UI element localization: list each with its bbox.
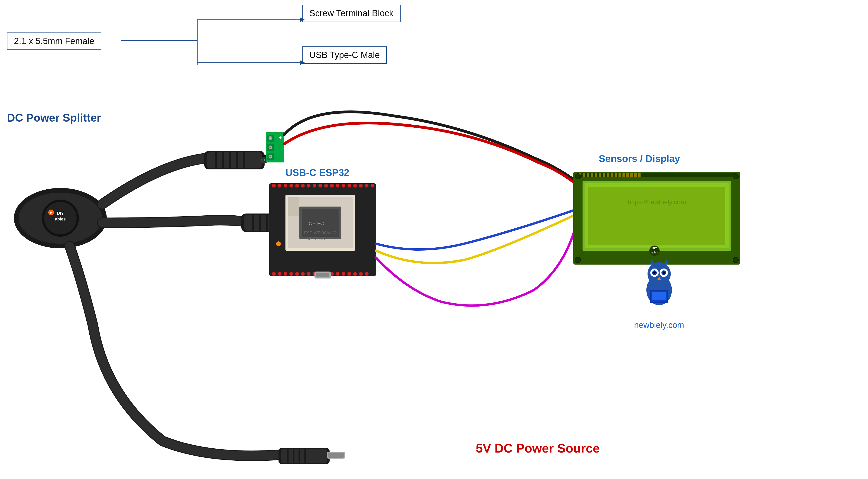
svg-point-78 — [301, 272, 305, 276]
svg-rect-32 — [302, 218, 315, 229]
sensors-display-label: Sensors / Display — [599, 153, 680, 164]
svg-text:CE FC: CE FC — [309, 221, 324, 226]
svg-rect-14 — [204, 151, 265, 169]
svg-point-65 — [330, 184, 334, 188]
svg-rect-92 — [300, 206, 341, 239]
svg-point-136 — [653, 272, 656, 274]
svg-rect-117 — [634, 173, 637, 177]
diagram-svg: DIY ables ▶ + — [0, 0, 868, 479]
svg-rect-43 — [267, 135, 274, 141]
svg-text:ESP-WROOM-32: ESP-WROOM-32 — [304, 231, 337, 235]
svg-rect-141 — [650, 290, 669, 303]
svg-point-79 — [307, 272, 311, 276]
usb-c-esp32-label: USB-C ESP32 — [285, 167, 349, 178]
svg-point-123 — [575, 173, 581, 179]
svg-point-71 — [365, 184, 369, 188]
svg-rect-116 — [630, 173, 633, 177]
svg-point-74 — [278, 272, 281, 276]
svg-text:+: + — [279, 135, 282, 140]
svg-point-133 — [659, 268, 668, 277]
svg-rect-105 — [587, 173, 589, 177]
svg-point-68 — [347, 184, 351, 188]
svg-point-81 — [318, 272, 322, 276]
svg-text:ables: ables — [55, 217, 66, 221]
svg-rect-42 — [266, 132, 284, 162]
svg-point-98 — [276, 242, 281, 246]
power-source-label: 5V DC Power Source — [476, 441, 600, 455]
svg-point-61 — [307, 184, 311, 188]
svg-rect-112 — [615, 173, 617, 177]
svg-point-64 — [324, 184, 328, 188]
svg-point-56 — [278, 184, 281, 188]
svg-point-124 — [733, 173, 739, 179]
svg-point-48 — [269, 155, 272, 159]
svg-point-55 — [272, 184, 276, 188]
svg-rect-44 — [267, 144, 274, 151]
svg-rect-34 — [279, 448, 330, 464]
svg-point-130 — [646, 275, 672, 305]
svg-rect-40 — [327, 452, 345, 458]
svg-point-63 — [318, 184, 322, 188]
svg-marker-140 — [664, 259, 669, 264]
usb-typec-text: USB Type-C Male — [309, 50, 380, 60]
svg-text:▶: ▶ — [50, 211, 53, 214]
svg-point-60 — [301, 184, 305, 188]
usb-typec-label-box: USB Type-C Male — [302, 46, 386, 64]
svg-point-76 — [289, 272, 293, 276]
svg-rect-106 — [591, 173, 593, 177]
svg-marker-139 — [650, 259, 654, 264]
svg-rect-143 — [652, 292, 666, 300]
svg-rect-24 — [241, 214, 302, 232]
svg-rect-113 — [619, 173, 621, 177]
svg-rect-33 — [304, 220, 313, 227]
svg-rect-115 — [626, 173, 629, 177]
svg-point-83 — [330, 272, 334, 276]
svg-rect-110 — [607, 173, 609, 177]
svg-rect-121 — [588, 187, 725, 245]
newbiely-url-label: newbiely.com — [631, 320, 687, 330]
svg-text:+: + — [264, 158, 266, 162]
svg-rect-101 — [573, 172, 740, 264]
diagram-container: 2.1 x 5.5mm Female Screw Terminal Block … — [0, 0, 868, 479]
svg-marker-138 — [657, 277, 661, 280]
svg-text:−: − — [279, 145, 282, 150]
svg-point-87 — [353, 272, 357, 276]
svg-point-12 — [48, 210, 54, 215]
svg-point-127 — [649, 246, 659, 256]
svg-rect-45 — [267, 153, 274, 160]
svg-point-88 — [359, 272, 363, 276]
svg-rect-118 — [638, 173, 641, 177]
svg-point-137 — [662, 272, 665, 274]
svg-point-6 — [14, 188, 107, 248]
svg-rect-15 — [207, 152, 262, 168]
svg-rect-31 — [301, 217, 317, 230]
svg-text:ables: ables — [651, 251, 658, 254]
svg-rect-103 — [579, 173, 581, 177]
svg-text:DIY: DIY — [57, 211, 64, 216]
svg-rect-114 — [622, 173, 625, 177]
svg-rect-96 — [314, 272, 331, 279]
svg-rect-120 — [585, 183, 729, 248]
svg-point-57 — [284, 184, 287, 188]
svg-rect-41 — [329, 452, 344, 458]
svg-rect-93 — [302, 209, 339, 237]
svg-point-73 — [272, 272, 276, 276]
svg-point-58 — [289, 184, 293, 188]
svg-point-46 — [269, 136, 272, 140]
svg-point-132 — [650, 268, 659, 277]
svg-point-131 — [648, 262, 671, 285]
svg-point-85 — [342, 272, 345, 276]
svg-text:DIY: DIY — [652, 246, 657, 250]
svg-point-7 — [19, 193, 102, 244]
svg-point-47 — [269, 146, 272, 149]
svg-point-82 — [324, 272, 328, 276]
svg-point-89 — [365, 272, 369, 276]
svg-point-126 — [733, 257, 739, 263]
svg-point-59 — [295, 184, 299, 188]
screw-terminal-label-box: Screw Terminal Block — [302, 5, 401, 22]
svg-point-22 — [261, 157, 268, 163]
svg-point-135 — [661, 270, 666, 275]
svg-point-75 — [284, 272, 287, 276]
svg-point-9 — [44, 202, 76, 234]
svg-rect-97 — [316, 273, 329, 277]
